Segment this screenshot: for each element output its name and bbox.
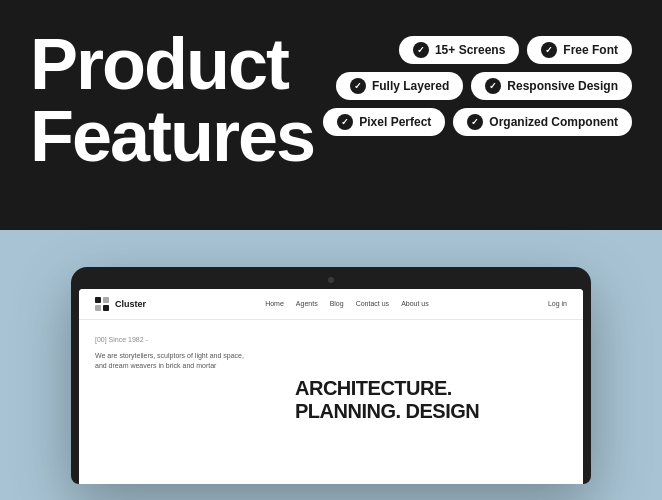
badge-layered: Fully Layered: [336, 72, 463, 100]
badges-row-2: Fully Layered Responsive Design: [336, 72, 632, 100]
badge-pixel: Pixel Perfect: [323, 108, 445, 136]
content-tag: [00] Since 1982 -: [95, 336, 295, 343]
nav-contact[interactable]: Contact us: [356, 300, 389, 307]
check-icon: [541, 42, 557, 58]
badges-container: 15+ Screens Free Font Fully Layered Resp…: [323, 36, 632, 136]
nav-links: Home Agents Blog Contact us About us: [265, 300, 429, 307]
badge-responsive: Responsive Design: [471, 72, 632, 100]
badges-row-3: Pixel Perfect Organized Component: [323, 108, 632, 136]
content-desc: We are storytellers, sculptors of light …: [95, 351, 255, 372]
badge-font: Free Font: [527, 36, 632, 64]
nav-agents[interactable]: Agents: [296, 300, 318, 307]
badge-screens-label: 15+ Screens: [435, 43, 505, 57]
check-icon: [467, 114, 483, 130]
nav-login[interactable]: Log in: [548, 300, 567, 307]
nav-logo: Cluster: [95, 297, 146, 311]
bottom-section: Cluster Home Agents Blog Contact us Abou…: [0, 230, 662, 500]
badge-organized-label: Organized Component: [489, 115, 618, 129]
nav-about[interactable]: About us: [401, 300, 429, 307]
hero-text: ARCHITECTURE. PLANNING. DESIGN: [295, 377, 479, 423]
device-screen: Cluster Home Agents Blog Contact us Abou…: [79, 289, 583, 484]
check-icon: [485, 78, 501, 94]
nav-home[interactable]: Home: [265, 300, 284, 307]
badges-row-1: 15+ Screens Free Font: [399, 36, 632, 64]
device-camera-bar: [79, 275, 583, 285]
check-icon: [413, 42, 429, 58]
check-icon: [350, 78, 366, 94]
browser-content: [00] Since 1982 - We are storytellers, s…: [79, 320, 583, 481]
top-section: Product Features 15+ Screens Free Font F…: [0, 0, 662, 230]
badge-organized: Organized Component: [453, 108, 632, 136]
logo-squares: [95, 297, 109, 311]
badge-pixel-label: Pixel Perfect: [359, 115, 431, 129]
logo-name: Cluster: [115, 299, 146, 309]
logo-sq-tr: [103, 297, 109, 303]
content-left: [00] Since 1982 - We are storytellers, s…: [95, 336, 295, 465]
logo-sq-bl: [95, 305, 101, 311]
badge-responsive-label: Responsive Design: [507, 79, 618, 93]
content-right: ARCHITECTURE. PLANNING. DESIGN: [295, 336, 567, 465]
browser-nav: Cluster Home Agents Blog Contact us Abou…: [79, 289, 583, 320]
check-icon: [337, 114, 353, 130]
logo-sq-br: [103, 305, 109, 311]
badge-screens: 15+ Screens: [399, 36, 519, 64]
device-mockup: Cluster Home Agents Blog Contact us Abou…: [71, 267, 591, 484]
badge-font-label: Free Font: [563, 43, 618, 57]
nav-blog[interactable]: Blog: [330, 300, 344, 307]
logo-sq-tl: [95, 297, 101, 303]
device-camera: [328, 277, 334, 283]
product-title: Product Features: [30, 28, 314, 172]
badge-layered-label: Fully Layered: [372, 79, 449, 93]
